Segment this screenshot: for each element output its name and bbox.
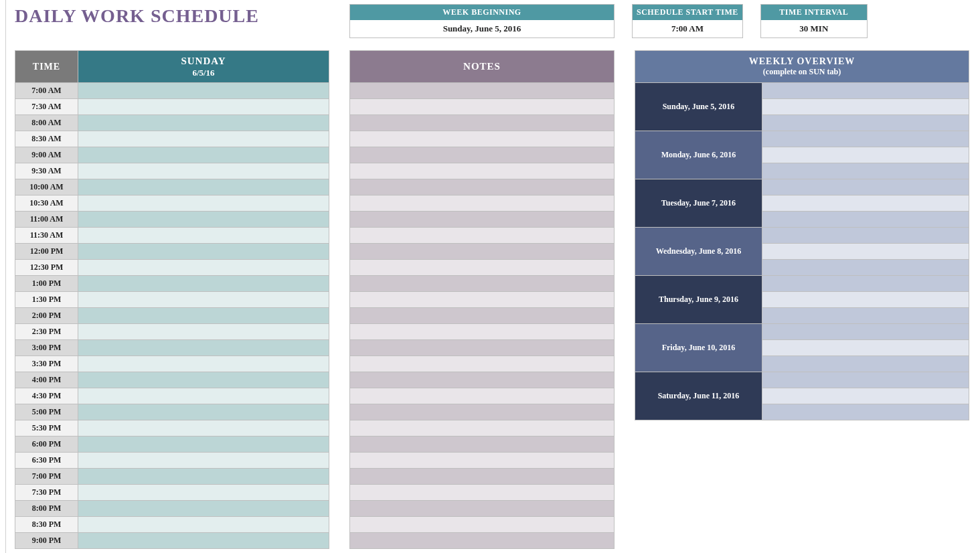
weekly-entry-cell[interactable] [762, 276, 969, 292]
schedule-event-cell[interactable] [78, 276, 329, 292]
schedule-event-cell[interactable] [78, 485, 329, 501]
notes-row [350, 420, 615, 437]
schedule-row: 3:30 PM [15, 356, 329, 372]
notes-cell[interactable] [350, 244, 615, 260]
notes-cell[interactable] [350, 340, 615, 356]
schedule-event-cell[interactable] [78, 340, 329, 356]
weekly-entry-cell[interactable] [762, 163, 969, 179]
schedule-event-cell[interactable] [78, 195, 329, 212]
schedule-event-cell[interactable] [78, 356, 329, 372]
schedule-event-cell[interactable] [78, 469, 329, 485]
notes-row [350, 469, 615, 485]
schedule-event-cell[interactable] [78, 388, 329, 404]
weekly-entry-cell[interactable] [762, 212, 969, 228]
notes-cell[interactable] [350, 260, 615, 276]
weekly-row: Friday, June 10, 2016 [635, 324, 969, 340]
weekly-entry-cell[interactable] [762, 292, 969, 308]
notes-cell[interactable] [350, 437, 615, 453]
weekly-entry-cell[interactable] [762, 372, 969, 388]
notes-cell[interactable] [350, 404, 615, 420]
schedule-event-cell[interactable] [78, 212, 329, 228]
notes-row [350, 356, 615, 372]
weekly-entry-cell[interactable] [762, 131, 969, 147]
notes-cell[interactable] [350, 420, 615, 437]
notes-cell[interactable] [350, 228, 615, 244]
info-week-value[interactable]: Sunday, June 5, 2016 [350, 20, 614, 37]
weekly-entry-cell[interactable] [762, 228, 969, 244]
schedule-row: 7:30 PM [15, 485, 329, 501]
weekly-entry-cell[interactable] [762, 195, 969, 212]
schedule-event-cell[interactable] [78, 244, 329, 260]
schedule-time-cell: 3:30 PM [15, 356, 78, 372]
schedule-event-cell[interactable] [78, 324, 329, 340]
weekly-entry-cell[interactable] [762, 324, 969, 340]
weekly-entry-cell[interactable] [762, 147, 969, 163]
schedule-event-cell[interactable] [78, 372, 329, 388]
notes-cell[interactable] [350, 324, 615, 340]
schedule-event-cell[interactable] [78, 179, 329, 195]
notes-cell[interactable] [350, 308, 615, 324]
notes-cell[interactable] [350, 212, 615, 228]
notes-cell[interactable] [350, 179, 615, 195]
schedule-time-cell: 7:00 AM [15, 83, 78, 99]
notes-cell[interactable] [350, 469, 615, 485]
weekly-entry-cell[interactable] [762, 388, 969, 404]
info-interval-label: TIME INTERVAL [761, 5, 867, 20]
notes-cell[interactable] [350, 115, 615, 131]
notes-cell[interactable] [350, 276, 615, 292]
schedule-time-cell: 5:00 PM [15, 404, 78, 420]
schedule-event-cell[interactable] [78, 147, 329, 163]
schedule-event-cell[interactable] [78, 292, 329, 308]
schedule-event-cell[interactable] [78, 517, 329, 533]
notes-cell[interactable] [350, 501, 615, 517]
notes-cell[interactable] [350, 485, 615, 501]
weekly-entry-cell[interactable] [762, 308, 969, 324]
schedule-event-cell[interactable] [78, 404, 329, 420]
schedule-event-cell[interactable] [78, 163, 329, 179]
schedule-time-cell: 9:00 AM [15, 147, 78, 163]
notes-cell[interactable] [350, 453, 615, 469]
notes-cell[interactable] [350, 163, 615, 179]
weekly-entry-cell[interactable] [762, 115, 969, 131]
schedule-event-cell[interactable] [78, 533, 329, 549]
schedule-event-cell[interactable] [78, 228, 329, 244]
weekly-entry-cell[interactable] [762, 260, 969, 276]
info-interval-value[interactable]: 30 MIN [761, 20, 867, 37]
schedule-event-cell[interactable] [78, 115, 329, 131]
schedule-event-cell[interactable] [78, 308, 329, 324]
schedule-event-cell[interactable] [78, 99, 329, 115]
notes-cell[interactable] [350, 147, 615, 163]
notes-cell[interactable] [350, 356, 615, 372]
weekly-entry-cell[interactable] [762, 83, 969, 99]
info-start-value[interactable]: 7:00 AM [633, 20, 742, 37]
schedule-time-cell: 6:00 PM [15, 437, 78, 453]
schedule-event-cell[interactable] [78, 83, 329, 99]
schedule-event-cell[interactable] [78, 260, 329, 276]
weekly-entry-cell[interactable] [762, 99, 969, 115]
weekly-entry-cell[interactable] [762, 244, 969, 260]
schedule-time-cell: 12:00 PM [15, 244, 78, 260]
schedule-row: 10:30 AM [15, 195, 329, 212]
notes-cell[interactable] [350, 292, 615, 308]
weekly-entry-cell[interactable] [762, 179, 969, 195]
weekly-entry-cell[interactable] [762, 404, 969, 420]
schedule-event-cell[interactable] [78, 131, 329, 147]
notes-cell[interactable] [350, 83, 615, 99]
weekly-day-label: Sunday, June 5, 2016 [635, 83, 762, 131]
notes-cell[interactable] [350, 131, 615, 147]
notes-cell[interactable] [350, 533, 615, 549]
schedule-event-cell[interactable] [78, 437, 329, 453]
schedule-event-cell[interactable] [78, 501, 329, 517]
notes-cell[interactable] [350, 388, 615, 404]
weekly-entry-cell[interactable] [762, 340, 969, 356]
weekly-entry-cell[interactable] [762, 356, 969, 372]
notes-row [350, 179, 615, 195]
notes-cell[interactable] [350, 99, 615, 115]
schedule-event-cell[interactable] [78, 453, 329, 469]
notes-cell[interactable] [350, 195, 615, 212]
notes-cell[interactable] [350, 517, 615, 533]
schedule-event-cell[interactable] [78, 420, 329, 437]
page-left-rule [5, 0, 6, 553]
notes-cell[interactable] [350, 372, 615, 388]
schedule-time-cell: 6:30 PM [15, 453, 78, 469]
